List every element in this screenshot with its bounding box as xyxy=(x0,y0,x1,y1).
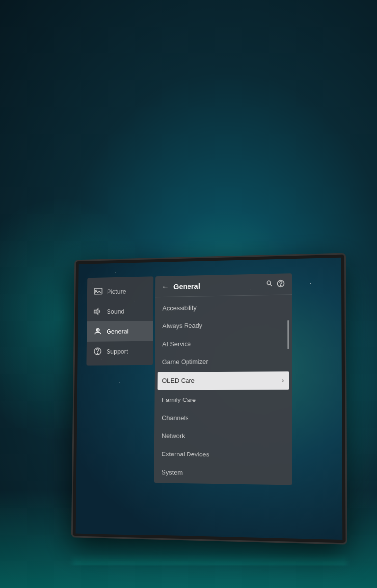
svg-point-10 xyxy=(280,285,281,286)
search-icon[interactable] xyxy=(266,280,273,289)
general-icon xyxy=(93,327,102,336)
sidebar-item-picture[interactable]: Picture xyxy=(87,280,153,301)
menu-item-game-optimizer[interactable]: Game Optimizer xyxy=(155,352,292,371)
svg-point-6 xyxy=(97,353,98,354)
menu-item-channels[interactable]: Channels xyxy=(154,409,292,428)
menu-item-ai-service[interactable]: AI Service xyxy=(155,334,292,353)
sound-icon xyxy=(94,307,102,316)
sidebar-picture-label: Picture xyxy=(107,287,126,294)
tv-screen: Picture Sound xyxy=(76,258,343,540)
panel-header-icons xyxy=(266,279,285,289)
back-button[interactable]: ← xyxy=(162,282,170,291)
panel-header-left: ← General xyxy=(162,282,200,291)
tv-frame: Picture Sound xyxy=(71,253,347,544)
svg-point-4 xyxy=(97,329,98,330)
menu-item-system[interactable]: System xyxy=(154,463,292,483)
menu-item-oled-care[interactable]: OLED Care › xyxy=(158,371,289,390)
picture-icon xyxy=(94,287,102,296)
svg-line-8 xyxy=(270,284,272,286)
sidebar-sound-label: Sound xyxy=(107,307,124,315)
menu-item-external-devices[interactable]: External Devices xyxy=(154,445,292,464)
sidebar-item-general[interactable]: General xyxy=(87,321,153,342)
help-icon[interactable] xyxy=(277,279,285,289)
sidebar-support-label: Support xyxy=(107,347,128,355)
star xyxy=(310,283,311,284)
menu-item-family-care[interactable]: Family Care xyxy=(154,391,292,409)
chevron-icon: › xyxy=(282,377,284,384)
main-panel: ← General xyxy=(154,273,292,485)
tv-reflection xyxy=(73,554,346,566)
star xyxy=(115,272,116,273)
menu-list: Accessibility Always Ready AI Service Ga… xyxy=(154,295,292,485)
sidebar-item-sound[interactable]: Sound xyxy=(87,300,153,321)
panel-title: General xyxy=(173,282,200,291)
menu-overlay: Picture Sound xyxy=(85,273,292,485)
sidebar: Picture Sound xyxy=(86,276,153,365)
menu-item-accessibility[interactable]: Accessibility xyxy=(155,297,292,317)
svg-rect-2 xyxy=(94,310,96,313)
sidebar-general-label: General xyxy=(107,327,129,335)
svg-point-7 xyxy=(267,281,271,285)
support-icon xyxy=(93,347,102,356)
menu-item-network[interactable]: Network xyxy=(154,427,292,446)
scrollbar[interactable] xyxy=(287,320,289,349)
menu-item-always-ready[interactable]: Always Ready xyxy=(155,315,292,335)
panel-header: ← General xyxy=(155,273,292,297)
sidebar-item-support[interactable]: Support xyxy=(87,341,153,362)
